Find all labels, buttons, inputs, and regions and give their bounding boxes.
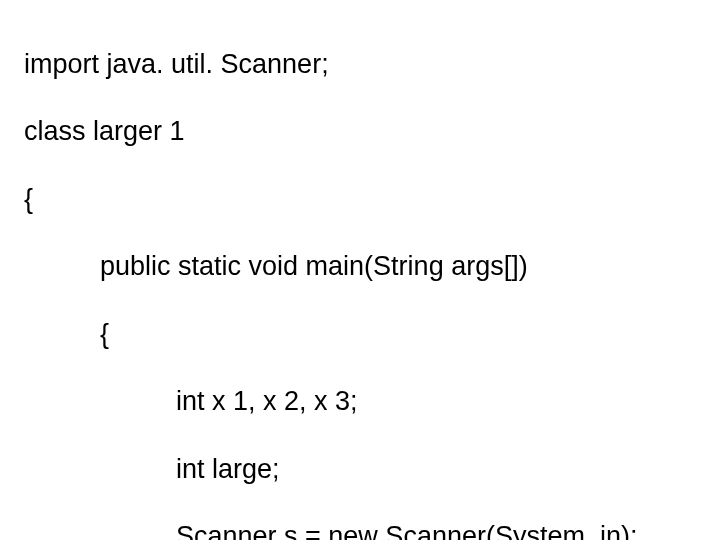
code-line: Scanner s = new Scanner(System. in);: [24, 520, 720, 540]
code-slide: import java. util. Scanner; class larger…: [0, 0, 720, 540]
code-line: class larger 1: [24, 115, 720, 149]
code-line: {: [24, 318, 720, 352]
code-line: {: [24, 183, 720, 217]
code-line: import java. util. Scanner;: [24, 48, 720, 82]
code-line: int x 1, x 2, x 3;: [24, 385, 720, 419]
code-line: public static void main(String args[]): [24, 250, 720, 284]
code-line: int large;: [24, 453, 720, 487]
